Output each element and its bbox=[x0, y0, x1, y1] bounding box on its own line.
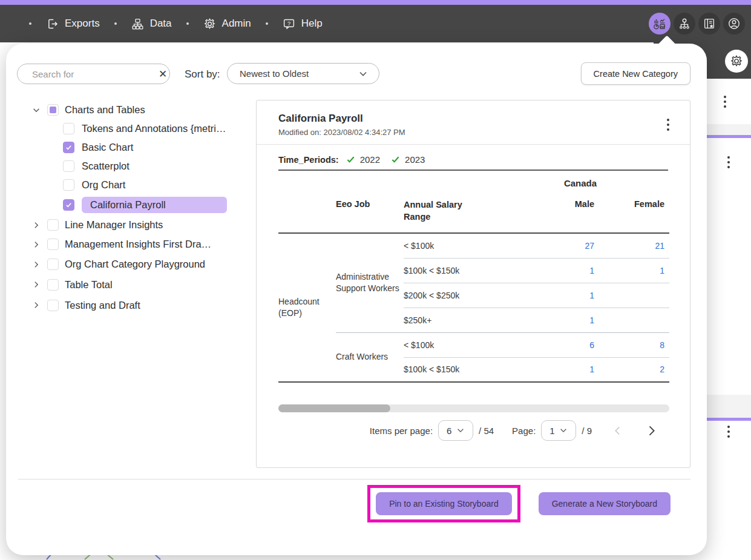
items-per-page-value: 6 bbox=[447, 426, 451, 436]
column-header-eeo-job: Eeo Job bbox=[336, 191, 404, 233]
chevron-down-icon[interactable] bbox=[31, 105, 41, 115]
page-dropdown[interactable]: 1 bbox=[541, 420, 576, 441]
time-periods-bar: Time_Periods: 2022 2023 bbox=[278, 145, 668, 171]
tree-label[interactable]: Testing and Draft bbox=[65, 300, 140, 311]
search-input[interactable] bbox=[32, 69, 152, 79]
table-row: Craft Workers < $100k 6 8 bbox=[278, 332, 669, 357]
create-new-category-button[interactable]: Create New Category bbox=[581, 62, 690, 85]
checkbox-checked[interactable] bbox=[63, 199, 74, 211]
sort-dropdown[interactable]: Newest to Oldest bbox=[227, 63, 379, 84]
tree-node-org-chart-playground: Org Chart Category Playground bbox=[24, 254, 255, 274]
chevron-left-icon bbox=[612, 426, 623, 436]
male-value-link[interactable]: 1 bbox=[528, 283, 599, 308]
chevron-right-icon[interactable] bbox=[31, 220, 41, 230]
checkbox-unchecked[interactable] bbox=[63, 160, 74, 172]
time-periods-label: Time_Periods: bbox=[278, 155, 339, 165]
storyboard-button[interactable] bbox=[698, 13, 720, 35]
check-icon bbox=[391, 155, 400, 164]
profile-button[interactable] bbox=[723, 13, 745, 35]
chevron-right-icon[interactable] bbox=[31, 300, 41, 310]
prev-page-button[interactable] bbox=[610, 424, 625, 437]
chevron-down-icon bbox=[358, 69, 368, 79]
tree-label[interactable]: Basic Chart bbox=[82, 142, 133, 153]
tree-label[interactable]: Table Total bbox=[65, 279, 113, 291]
top-navbar: Exports Data Admin bbox=[0, 5, 751, 42]
background-card-accent bbox=[707, 418, 751, 421]
background-kebab-menu[interactable] bbox=[727, 426, 730, 438]
nav-separator-dot bbox=[186, 22, 189, 25]
tree-node-california-payroll: California Payroll bbox=[24, 194, 255, 216]
page-value: 1 bbox=[549, 426, 554, 436]
male-value-link[interactable]: 27 bbox=[528, 233, 599, 258]
nav-item-label: Help bbox=[301, 18, 323, 30]
people-admin-icon bbox=[678, 17, 691, 30]
background-kebab-menu[interactable] bbox=[724, 96, 726, 108]
tree-label[interactable]: Scatterplot bbox=[82, 160, 130, 172]
tree-label-selected[interactable]: California Payroll bbox=[82, 197, 227, 213]
nav-item-help[interactable]: ? Help bbox=[283, 18, 323, 30]
column-header-female: Female bbox=[599, 191, 669, 233]
pin-to-existing-storyboard-button[interactable]: Pin to an Existing Storyboard bbox=[376, 492, 512, 515]
nav-item-label: Data bbox=[150, 18, 172, 30]
next-page-button[interactable] bbox=[643, 424, 660, 438]
clear-search-icon[interactable]: ✕ bbox=[159, 69, 167, 79]
items-per-page-dropdown[interactable]: 6 bbox=[438, 420, 473, 441]
page-total: / 9 bbox=[582, 426, 592, 436]
nav-separator-dot bbox=[114, 22, 117, 25]
sitemap-icon bbox=[131, 18, 144, 30]
scrollbar-thumb[interactable] bbox=[278, 404, 390, 412]
chevron-right-icon[interactable] bbox=[31, 240, 41, 249]
nav-item-admin[interactable]: Admin bbox=[203, 18, 251, 30]
male-value-link[interactable]: 1 bbox=[528, 357, 599, 382]
checkbox-unchecked[interactable] bbox=[63, 123, 74, 134]
checkbox-unchecked[interactable] bbox=[63, 179, 74, 191]
check-icon bbox=[346, 155, 355, 164]
charts-nav-button[interactable] bbox=[649, 13, 671, 35]
checkbox-unchecked[interactable] bbox=[47, 219, 59, 231]
tree-node-scatterplot: Scatterplot bbox=[24, 157, 255, 176]
checkbox-unchecked[interactable] bbox=[47, 279, 59, 291]
checkbox-unchecked[interactable] bbox=[47, 259, 59, 270]
people-admin-button[interactable] bbox=[674, 13, 695, 35]
background-kebab-menu[interactable] bbox=[727, 156, 730, 168]
generate-new-storyboard-button[interactable]: Generate a New Storyboard bbox=[539, 492, 671, 515]
nav-separator-dot bbox=[266, 22, 268, 25]
sort-dropdown-value: Newest to Oldest bbox=[240, 68, 309, 79]
tree-node-management-insights: Management Insights First Dra… bbox=[24, 234, 255, 254]
checkbox-indeterminate[interactable] bbox=[47, 104, 59, 116]
profile-icon bbox=[727, 17, 741, 30]
table-row: Headcount (EOP) Administrative Support W… bbox=[278, 233, 669, 258]
tree-label[interactable]: Charts and Tables bbox=[65, 104, 145, 116]
items-total: / 54 bbox=[479, 426, 494, 436]
female-value-link[interactable]: 8 bbox=[599, 332, 669, 357]
checkbox-unchecked[interactable] bbox=[47, 300, 59, 311]
male-value-link[interactable]: 1 bbox=[528, 308, 599, 332]
tree-label[interactable]: Org Chart bbox=[82, 179, 125, 191]
card-kebab-menu[interactable] bbox=[664, 116, 672, 133]
background-gap bbox=[707, 395, 751, 418]
checkbox-unchecked[interactable] bbox=[47, 239, 59, 250]
nav-item-data[interactable]: Data bbox=[131, 18, 172, 30]
tree-node-tokens-annotations: Tokens and Annotations {metri… bbox=[24, 119, 255, 138]
male-value-link[interactable]: 1 bbox=[528, 258, 599, 283]
female-value-link[interactable]: 1 bbox=[599, 258, 669, 283]
tree-label[interactable]: Management Insights First Dra… bbox=[65, 239, 211, 250]
settings-button[interactable] bbox=[725, 50, 748, 73]
column-header-salary-range: Annual Salary Range bbox=[404, 199, 471, 223]
tree-label[interactable]: Line Manager Insights bbox=[65, 219, 163, 231]
horizontal-scrollbar[interactable] bbox=[278, 404, 669, 412]
nav-separator-dot bbox=[29, 22, 31, 25]
payroll-table: Canada Eeo Job Annual Salary Range Male … bbox=[278, 171, 669, 383]
checkbox-checked[interactable] bbox=[63, 142, 74, 153]
tree-node-table-total: Table Total bbox=[24, 274, 255, 295]
chevron-right-icon[interactable] bbox=[31, 260, 41, 269]
tree-node-org-chart: Org Chart bbox=[24, 176, 255, 194]
nav-item-exports[interactable]: Exports bbox=[46, 18, 100, 30]
chevron-right-icon[interactable] bbox=[31, 280, 41, 289]
tree-label[interactable]: Org Chart Category Playground bbox=[65, 259, 205, 270]
tree-label[interactable]: Tokens and Annotations {metri… bbox=[82, 123, 226, 134]
female-value-link[interactable]: 21 bbox=[599, 233, 669, 258]
male-value-link[interactable]: 6 bbox=[528, 332, 599, 357]
background-card-accent bbox=[707, 135, 751, 138]
female-value-link[interactable]: 2 bbox=[599, 357, 669, 382]
